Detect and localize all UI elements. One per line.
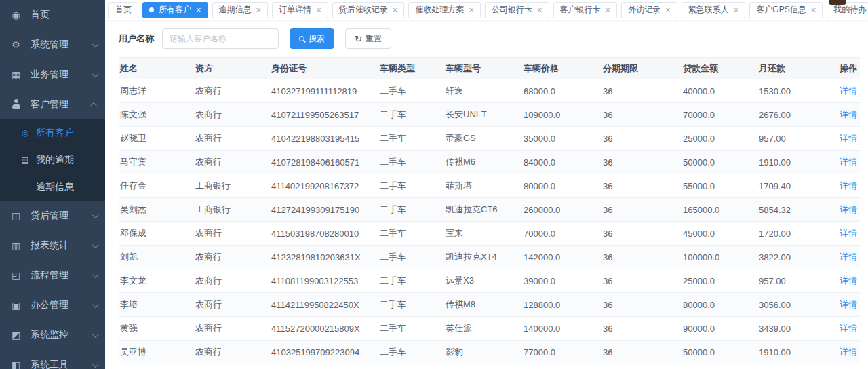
cell-action: 详情 bbox=[832, 198, 860, 222]
tab-公司银行卡[interactable]: 公司银行卡 × bbox=[485, 2, 549, 18]
detail-link[interactable]: 详情 bbox=[840, 228, 857, 238]
search-input[interactable] bbox=[162, 28, 279, 49]
detail-link[interactable]: 详情 bbox=[840, 180, 857, 191]
cell-vehicle-price: 39000.0 bbox=[522, 269, 601, 293]
tab-订单详情[interactable]: 订单详情 × bbox=[272, 2, 328, 18]
search-icon bbox=[299, 36, 304, 41]
close-icon[interactable]: × bbox=[196, 5, 201, 14]
detail-link[interactable]: 详情 bbox=[840, 157, 857, 167]
my-overdue-icon: ▤ bbox=[20, 155, 30, 165]
column-header-贷款金额: 贷款金额 bbox=[682, 58, 757, 79]
cell-vehicle-type: 二手车 bbox=[378, 103, 444, 127]
detail-link[interactable]: 详情 bbox=[840, 299, 857, 309]
sidebar-item-label: 首页 bbox=[31, 9, 97, 21]
cell-vehicle-price: 142000.0 bbox=[522, 246, 601, 269]
cell-vehicle-price: 140000.0 bbox=[522, 317, 601, 341]
cell-loan-amount: 50000.0 bbox=[682, 151, 757, 174]
tab-贷后催收记录[interactable]: 贷后催收记录 × bbox=[332, 2, 405, 18]
chevron-down-icon bbox=[92, 331, 99, 338]
sidebar-item-label: 所有客户 bbox=[36, 127, 97, 139]
sidebar-item-label: 客户管理 bbox=[31, 98, 92, 111]
table-row: 李文龙 农商行 411081199003122553 二手车 远景X3 3900… bbox=[119, 269, 860, 293]
tab-客户GPS信息[interactable]: 客户GPS信息 × bbox=[749, 2, 823, 18]
tab-首页[interactable]: 首页 bbox=[108, 2, 138, 18]
sidebar-item-系统工具[interactable]: ◧系统工具 bbox=[0, 350, 105, 369]
chevron-down-icon bbox=[92, 241, 99, 248]
sidebar-item-流程管理[interactable]: ◰流程管理 bbox=[0, 260, 105, 290]
close-icon[interactable]: × bbox=[665, 5, 671, 14]
sidebar-item-办公管理[interactable]: ▣办公管理 bbox=[0, 290, 105, 320]
sidebar-item-客户管理[interactable]: 客户管理 bbox=[0, 90, 105, 119]
cell-action: 详情 bbox=[832, 293, 860, 317]
cell-loan-amount: 25000.0 bbox=[682, 269, 757, 293]
close-icon[interactable]: × bbox=[316, 5, 321, 14]
close-icon[interactable]: × bbox=[256, 5, 262, 14]
close-icon[interactable]: × bbox=[537, 5, 542, 14]
search-label: 用户名称 bbox=[119, 33, 154, 45]
column-header-月还款: 月还款 bbox=[757, 58, 832, 79]
sidebar-item-label: 办公管理 bbox=[31, 299, 92, 311]
cell-action: 详情 bbox=[832, 79, 860, 103]
sidebar-item-label: 逾期信息 bbox=[36, 181, 97, 193]
table-row: 周志洋 农商行 410327199111112819 二手车 轩逸 68000.… bbox=[119, 79, 860, 103]
report-icon: ▥ bbox=[10, 240, 22, 251]
column-header-车辆价格: 车辆价格 bbox=[522, 58, 601, 79]
tab-客户银行卡[interactable]: 客户银行卡 × bbox=[553, 2, 618, 18]
cell-action: 详情 bbox=[832, 364, 860, 369]
sidebar-item-首页[interactable]: ◉首页 bbox=[0, 0, 105, 30]
search-button[interactable]: 搜索 bbox=[290, 28, 334, 49]
close-icon[interactable]: × bbox=[811, 5, 816, 14]
detail-link[interactable]: 详情 bbox=[840, 133, 857, 143]
sidebar-item-我的逾期[interactable]: ▤我的逾期 bbox=[0, 147, 105, 174]
cell-funder: 工商银行 bbox=[194, 198, 270, 222]
tab-bar: 首页 所有客户 × 逾期信息 × 订单详情 × 贷后催收记录 × 催收处理方案 … bbox=[105, 0, 868, 20]
cell-funder: 工商银行 bbox=[194, 174, 270, 198]
sidebar-item-逾期信息[interactable]: 逾期信息 bbox=[0, 174, 105, 201]
close-icon[interactable]: × bbox=[734, 5, 739, 14]
sidebar-item-label: 业务管理 bbox=[31, 69, 92, 81]
cell-action: 详情 bbox=[832, 269, 860, 293]
sidebar-item-系统管理[interactable]: ⚙系统管理 bbox=[0, 30, 105, 60]
tab-label: 催收处理方案 bbox=[415, 4, 464, 16]
sidebar-item-业务管理[interactable]: ▦业务管理 bbox=[0, 60, 105, 90]
sidebar-item-系统监控[interactable]: ◩系统监控 bbox=[0, 320, 105, 350]
avatar[interactable] bbox=[829, 0, 846, 5]
cell-id-number: 410728198406160571 bbox=[270, 151, 378, 174]
cell-vehicle-model: 英仕派 bbox=[444, 317, 522, 341]
cell-name: 陈文强 bbox=[119, 103, 194, 127]
close-icon[interactable]: × bbox=[606, 5, 611, 14]
cell-vehicle-price: 128800.0 bbox=[522, 293, 601, 317]
detail-link[interactable]: 详情 bbox=[840, 323, 857, 333]
tab-label: 客户GPS信息 bbox=[756, 4, 806, 16]
cell-monthly-payment: 1709.40 bbox=[757, 174, 832, 198]
cell-vehicle-type: 二手车 bbox=[378, 246, 444, 269]
table-header-row: 姓名资方身份证号车辆类型车辆型号车辆价格分期期限贷款金额月还款操作 bbox=[119, 58, 860, 79]
cell-action: 详情 bbox=[832, 103, 860, 127]
cell-vehicle-price: 70000.0 bbox=[522, 222, 601, 246]
detail-link[interactable]: 详情 bbox=[840, 347, 857, 357]
detail-link[interactable]: 详情 bbox=[840, 252, 857, 262]
cell-id-number: 410422198803195415 bbox=[270, 127, 378, 151]
tab-紧急联系人[interactable]: 紧急联系人 × bbox=[682, 2, 746, 18]
detail-link[interactable]: 详情 bbox=[840, 275, 857, 286]
detail-link[interactable]: 详情 bbox=[840, 204, 857, 214]
tab-所有客户[interactable]: 所有客户 × bbox=[142, 2, 208, 18]
close-icon[interactable]: × bbox=[393, 5, 398, 14]
detail-link[interactable]: 详情 bbox=[840, 85, 857, 96]
cell-name: 李文龙 bbox=[119, 269, 194, 293]
sidebar-item-报表统计[interactable]: ▥报表统计 bbox=[0, 231, 105, 260]
reset-button[interactable]: ↻ 重置 bbox=[345, 28, 391, 49]
cell-vehicle-type: 二手车 bbox=[378, 151, 444, 174]
office-icon: ▣ bbox=[10, 300, 22, 311]
close-icon[interactable]: × bbox=[469, 5, 474, 14]
cell-vehicle-type: 二手车 bbox=[378, 269, 444, 293]
cell-loan-amount: 165000.0 bbox=[682, 198, 757, 222]
detail-link[interactable]: 详情 bbox=[840, 109, 857, 119]
sidebar-item-贷后管理[interactable]: ◫贷后管理 bbox=[0, 201, 105, 231]
tab-逾期信息[interactable]: 逾期信息 × bbox=[212, 2, 269, 18]
cell-funder: 农商行 bbox=[194, 364, 270, 369]
sidebar-item-所有客户[interactable]: ◎所有客户 bbox=[0, 119, 105, 147]
tab-外访记录[interactable]: 外访记录 × bbox=[621, 2, 677, 18]
cell-action: 详情 bbox=[832, 174, 860, 198]
tab-催收处理方案[interactable]: 催收处理方案 × bbox=[408, 2, 481, 18]
